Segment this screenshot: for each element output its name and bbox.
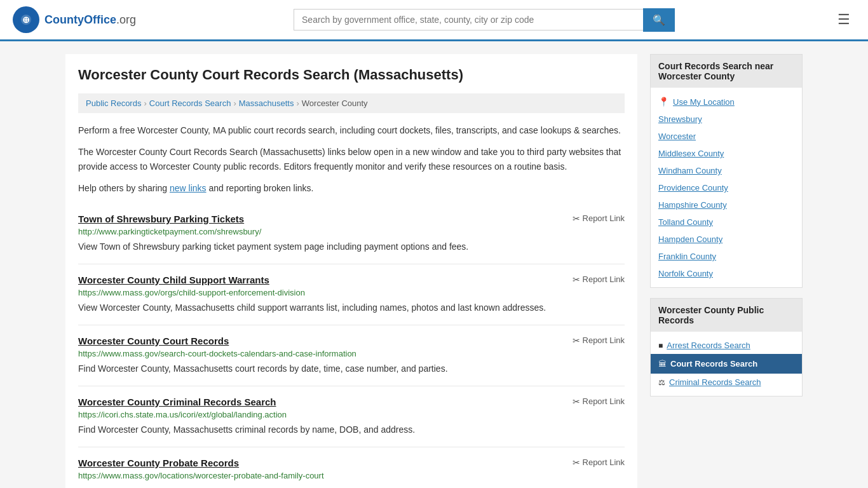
- logo-text: CountyOffice.org: [44, 13, 136, 27]
- report-icon-2: ✂: [573, 336, 580, 346]
- result-title-4[interactable]: Worcester County Probate Records: [78, 458, 239, 468]
- breadcrumb-sep-2: ›: [233, 98, 236, 108]
- result-title-1[interactable]: Worcester County Child Support Warrants: [78, 274, 269, 285]
- results-list: Town of Shrewsbury Parking Tickets ✂ Rep…: [78, 203, 625, 488]
- result-url-1[interactable]: https://www.mass.gov/orgs/child-support-…: [78, 288, 625, 297]
- report-link-2[interactable]: ✂ Report Link: [573, 336, 625, 346]
- result-item-1: Worcester County Child Support Warrants …: [78, 264, 625, 325]
- search-input[interactable]: [294, 9, 643, 30]
- sidebar-nearby-title: Court Records Search near Worcester Coun…: [651, 55, 802, 88]
- result-title-2[interactable]: Worcester County Court Records: [78, 336, 229, 346]
- content-area: Worcester County Court Records Search (M…: [65, 54, 637, 488]
- logo-area[interactable]: ⊕ CountyOffice.org: [13, 6, 136, 33]
- sidebar-public-records-title: Worcester County Public Records: [651, 299, 802, 332]
- sidebar-nearby-section: Court Records Search near Worcester Coun…: [650, 54, 803, 288]
- sidebar-public-records-links: ■ Arrest Records Search 🏛 Court Records …: [651, 332, 802, 396]
- sidebar-court-records[interactable]: 🏛 Court Records Search: [651, 354, 802, 374]
- sidebar-nearby-windham[interactable]: Windham County: [651, 162, 802, 179]
- report-link-0[interactable]: ✂ Report Link: [573, 214, 625, 224]
- breadcrumb-massachusetts[interactable]: Massachusetts: [239, 98, 294, 108]
- sidebar-nearby-hampshire[interactable]: Hampshire County: [651, 196, 802, 214]
- result-url-3[interactable]: https://icori.chs.state.ma.us/icori/ext/…: [78, 410, 625, 419]
- sidebar-criminal-records[interactable]: ⚖ Criminal Records Search: [651, 374, 802, 391]
- sidebar-nearby-providence[interactable]: Providence County: [651, 179, 802, 196]
- result-header-1: Worcester County Child Support Warrants …: [78, 274, 625, 285]
- sidebar-arrest-records[interactable]: ■ Arrest Records Search: [651, 337, 802, 354]
- sidebar: Court Records Search near Worcester Coun…: [650, 54, 803, 488]
- description-3: Help others by sharing new links and rep…: [78, 181, 625, 195]
- result-title-0[interactable]: Town of Shrewsbury Parking Tickets: [78, 214, 244, 224]
- location-dot-icon: 📍: [658, 97, 669, 107]
- new-links-link[interactable]: new links: [170, 183, 207, 193]
- report-link-1[interactable]: ✂ Report Link: [573, 274, 625, 285]
- sidebar-nearby-hampden[interactable]: Hampden County: [651, 231, 802, 248]
- sidebar-nearby-franklin[interactable]: Franklin County: [651, 248, 802, 265]
- report-icon-4: ✂: [573, 458, 580, 468]
- breadcrumb-sep-1: ›: [144, 98, 146, 108]
- sidebar-nearby-norfolk[interactable]: Norfolk County: [651, 265, 802, 282]
- desc3-post: and reporting broken links.: [207, 183, 314, 193]
- result-url-4[interactable]: https://www.mass.gov/locations/worcester…: [78, 471, 625, 480]
- sidebar-use-my-location[interactable]: 📍 Use My Location: [651, 93, 802, 111]
- breadcrumb: Public Records › Court Records Search › …: [78, 93, 625, 113]
- result-item-0: Town of Shrewsbury Parking Tickets ✂ Rep…: [78, 203, 625, 264]
- breadcrumb-sep-3: ›: [296, 98, 299, 108]
- report-icon-1: ✂: [573, 274, 580, 285]
- result-item-2: Worcester County Court Records ✂ Report …: [78, 325, 625, 386]
- report-icon-0: ✂: [573, 214, 580, 224]
- result-desc-0: View Town of Shrewsbury parking ticket p…: [78, 240, 625, 254]
- report-icon-3: ✂: [573, 396, 580, 407]
- hamburger-menu-icon[interactable]: ☰: [832, 9, 855, 30]
- report-link-3[interactable]: ✂ Report Link: [573, 396, 625, 407]
- svg-text:⊕: ⊕: [22, 15, 30, 25]
- court-records-icon: 🏛: [658, 359, 667, 369]
- report-link-4[interactable]: ✂ Report Link: [573, 458, 625, 468]
- search-bar: 🔍: [294, 8, 675, 32]
- result-item-4: Worcester County Probate Records ✂ Repor…: [78, 447, 625, 488]
- result-header-2: Worcester County Court Records ✂ Report …: [78, 336, 625, 346]
- sidebar-nearby-shrewsbury[interactable]: Shrewsbury: [651, 111, 802, 128]
- logo-icon: ⊕: [13, 6, 39, 33]
- description-1: Perform a free Worcester County, MA publ…: [78, 123, 625, 137]
- page-title: Worcester County Court Records Search (M…: [78, 67, 625, 83]
- result-item-3: Worcester County Criminal Records Search…: [78, 386, 625, 447]
- header: ⊕ CountyOffice.org 🔍 ☰: [0, 0, 868, 41]
- main-container: Worcester County Court Records Search (M…: [53, 41, 815, 488]
- arrest-records-icon: ■: [658, 341, 663, 350]
- sidebar-nearby-links: 📍 Use My Location Shrewsbury Worcester M…: [651, 88, 802, 287]
- sidebar-nearby-tolland[interactable]: Tolland County: [651, 214, 802, 231]
- sidebar-public-records-section: Worcester County Public Records ■ Arrest…: [650, 298, 803, 396]
- criminal-records-icon: ⚖: [658, 378, 665, 387]
- result-header-4: Worcester County Probate Records ✂ Repor…: [78, 458, 625, 468]
- result-header-0: Town of Shrewsbury Parking Tickets ✂ Rep…: [78, 214, 625, 224]
- result-desc-2: Find Worcester County, Massachusetts cou…: [78, 362, 625, 376]
- result-url-2[interactable]: https://www.mass.gov/search-court-docket…: [78, 349, 625, 358]
- search-button[interactable]: 🔍: [643, 8, 675, 32]
- breadcrumb-public-records[interactable]: Public Records: [86, 98, 141, 108]
- sidebar-nearby-middlesex[interactable]: Middlesex County: [651, 145, 802, 162]
- breadcrumb-worcester-county: Worcester County: [302, 98, 368, 108]
- sidebar-nearby-worcester[interactable]: Worcester: [651, 128, 802, 145]
- breadcrumb-court-records[interactable]: Court Records Search: [149, 98, 231, 108]
- desc3-pre: Help others by sharing: [78, 183, 170, 193]
- result-desc-3: Find Worcester County, Massachusetts cri…: [78, 423, 625, 437]
- result-header-3: Worcester County Criminal Records Search…: [78, 396, 625, 407]
- result-title-3[interactable]: Worcester County Criminal Records Search: [78, 396, 276, 407]
- result-desc-1: View Worcester County, Massachusetts chi…: [78, 301, 625, 315]
- description-2: The Worcester County Court Records Searc…: [78, 145, 625, 173]
- result-url-0[interactable]: http://www.parkingticketpayment.com/shre…: [78, 227, 625, 236]
